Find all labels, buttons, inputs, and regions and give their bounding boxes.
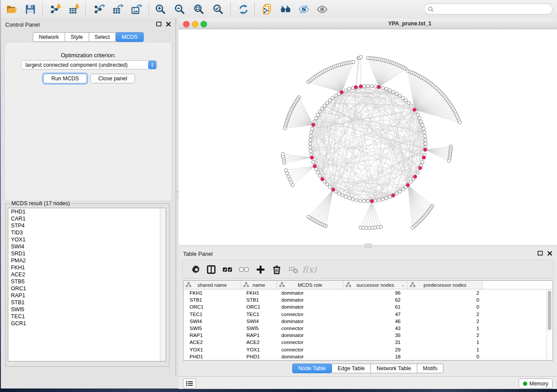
tab-network-table[interactable]: Network Table <box>371 364 417 373</box>
table-row[interactable]: FKH1FKH1dominator962 <box>183 289 553 296</box>
network-node[interactable] <box>395 92 398 96</box>
network-mcds-hub-node[interactable] <box>370 199 374 203</box>
network-node[interactable] <box>310 131 313 134</box>
network-node[interactable] <box>309 149 312 153</box>
tab-edge-table[interactable]: Edge Table <box>332 364 371 373</box>
tab-mcds[interactable]: MCDS <box>116 32 144 42</box>
network-node[interactable] <box>328 185 332 189</box>
network-node[interactable] <box>416 113 420 117</box>
table-row[interactable]: ORC1ORC1dominator610 <box>183 303 553 310</box>
network-node[interactable] <box>424 138 427 142</box>
delete-icon[interactable] <box>271 264 282 275</box>
mcds-result-node[interactable]: ORC1 <box>8 285 166 292</box>
add-icon[interactable] <box>255 264 266 275</box>
network-leaf-node[interactable] <box>447 159 451 163</box>
network-leaf-node[interactable] <box>359 226 362 230</box>
mcds-result-node[interactable]: ACE2 <box>8 271 166 278</box>
mcds-result-node[interactable]: SRD1 <box>8 250 166 257</box>
mcds-result-node[interactable]: RAP1 <box>8 292 166 299</box>
column-header-MCDS-role[interactable]: MCDS role <box>277 281 343 289</box>
mcds-result-node[interactable]: GCR1 <box>8 320 166 327</box>
network-node[interactable] <box>331 96 335 100</box>
network-leaf-node[interactable] <box>366 56 370 60</box>
network-mcds-hub-node[interactable] <box>422 156 426 160</box>
tab-select[interactable]: Select <box>89 32 116 42</box>
network-mcds-hub-node[interactable] <box>321 177 325 181</box>
horizontal-splitter-grip[interactable] <box>365 244 372 248</box>
float-panel-icon[interactable] <box>156 21 162 27</box>
network-node[interactable] <box>398 94 402 97</box>
network-node[interactable] <box>419 120 423 124</box>
network-node[interactable] <box>381 198 384 201</box>
network-leaf-node[interactable] <box>285 172 289 175</box>
network-node[interactable] <box>392 90 395 94</box>
mcds-result-node[interactable]: SWI5 <box>8 306 166 313</box>
network-node[interactable] <box>395 192 398 196</box>
table-row[interactable]: STB1STB1dominator620 <box>183 296 553 303</box>
network-node[interactable] <box>316 171 320 174</box>
mcds-result-node[interactable]: FKH1 <box>8 264 166 271</box>
network-node[interactable] <box>416 171 420 174</box>
network-node[interactable] <box>318 174 322 178</box>
network-node[interactable] <box>370 85 374 88</box>
network-mcds-hub-node[interactable] <box>331 188 335 192</box>
table-row[interactable]: YOX1YOX1connector291 <box>183 346 553 353</box>
table-row[interactable]: SWI5SWI5connector431 <box>183 325 553 332</box>
mcds-result-node[interactable]: STP4 <box>8 222 166 229</box>
network-leaf-node[interactable] <box>352 60 355 64</box>
network-mcds-hub-node[interactable] <box>311 123 315 127</box>
mcds-result-node[interactable]: PHD1 <box>8 208 166 215</box>
unselect-all-columns-icon[interactable] <box>238 264 249 275</box>
network-node[interactable] <box>318 110 322 113</box>
network-node[interactable] <box>328 99 332 102</box>
zoom-out-icon[interactable] <box>173 3 186 16</box>
mcds-result-node[interactable]: SWI4 <box>8 243 166 250</box>
network-mcds-hub-node[interactable] <box>413 175 417 179</box>
network-node[interactable] <box>421 161 424 164</box>
new-network-icon[interactable] <box>260 3 273 16</box>
hide-panels-icon[interactable] <box>297 3 310 16</box>
network-node[interactable] <box>351 198 355 201</box>
network-node[interactable] <box>423 134 427 138</box>
network-leaf-node[interactable] <box>359 55 363 59</box>
network-node[interactable] <box>325 101 329 105</box>
network-node[interactable] <box>404 99 408 102</box>
network-mcds-hub-node[interactable] <box>423 148 427 151</box>
network-node[interactable] <box>348 196 351 200</box>
import-network-icon[interactable] <box>49 3 62 16</box>
column-header-successor-nodes[interactable]: successor nodes⌄ <box>343 281 408 289</box>
table-row[interactable]: SWI4SWI4dominator462 <box>183 318 553 325</box>
network-node[interactable] <box>344 195 348 199</box>
close-panel-button[interactable]: Close panel <box>90 74 135 83</box>
network-node[interactable] <box>309 134 312 138</box>
tab-node-table[interactable]: Node Table <box>292 364 332 373</box>
column-header-name[interactable]: name <box>241 281 277 289</box>
result-list-scrollbar[interactable] <box>160 209 165 361</box>
minimize-window-icon[interactable] <box>192 21 198 28</box>
save-session-icon[interactable] <box>24 3 37 16</box>
mcds-result-node[interactable]: PMA2 <box>8 257 166 264</box>
network-node[interactable] <box>388 89 392 92</box>
network-node[interactable] <box>323 104 326 107</box>
network-mcds-hub-node[interactable] <box>359 85 363 89</box>
close-window-icon[interactable] <box>183 21 190 28</box>
network-canvas[interactable] <box>179 29 557 245</box>
network-mcds-hub-node[interactable] <box>391 193 395 197</box>
network-mcds-hub-node[interactable] <box>406 183 410 187</box>
session-home-icon[interactable] <box>279 3 292 16</box>
network-graph[interactable] <box>179 29 557 245</box>
network-node[interactable] <box>315 117 318 120</box>
memory-button[interactable]: Memory <box>519 378 553 389</box>
network-node[interactable] <box>341 194 344 197</box>
network-node[interactable] <box>422 127 426 131</box>
network-node[interactable] <box>316 113 320 117</box>
zoom-selected-icon[interactable] <box>211 3 225 16</box>
network-node[interactable] <box>374 85 377 88</box>
open-file-icon[interactable] <box>5 3 18 16</box>
table-scrollbar[interactable] <box>547 289 553 360</box>
search-input[interactable] <box>436 4 552 14</box>
apply-layout-icon[interactable] <box>237 3 250 16</box>
column-header-shared-name[interactable]: shared name <box>183 281 241 289</box>
optimization-criterion-select[interactable]: largest connected component (undirected)… <box>21 60 157 69</box>
network-mcds-hub-node[interactable] <box>354 86 358 89</box>
